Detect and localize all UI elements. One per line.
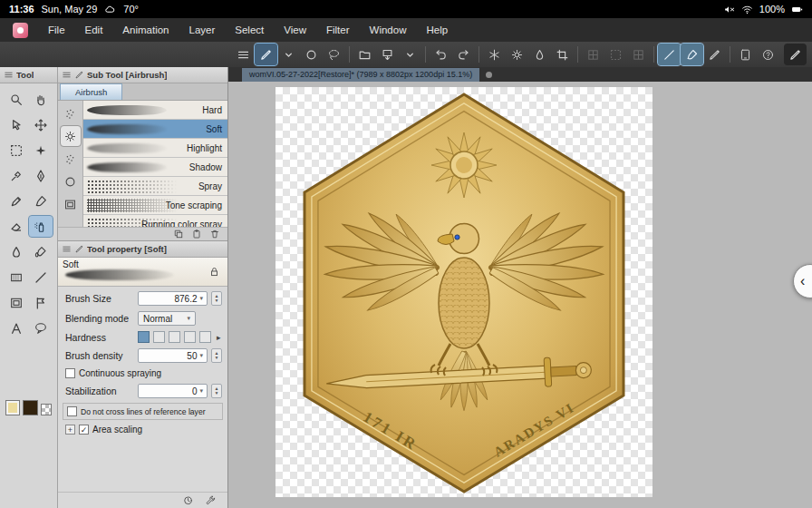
document-tab[interactable]: womVI.05-27-2022[Restore]* (7989 x 8802p… <box>242 68 479 82</box>
hardness-level-5[interactable] <box>199 331 211 343</box>
continuous-spraying-checkbox[interactable] <box>65 368 75 378</box>
menu-select[interactable]: Select <box>235 24 264 35</box>
brush-density-spinner[interactable]: ▲ ▼ <box>211 348 222 363</box>
stabilization-slider[interactable]: 0 ▾ <box>138 384 208 398</box>
undo-button[interactable] <box>430 44 452 65</box>
export-dropdown-button[interactable] <box>399 44 421 65</box>
pen-tool[interactable] <box>29 165 53 186</box>
lasso-button[interactable] <box>323 44 345 65</box>
chevron-right-icon[interactable]: ▸ <box>217 333 221 342</box>
expand-icon[interactable]: + <box>65 425 75 435</box>
operation-tool[interactable] <box>5 114 29 135</box>
hardness-level-4[interactable] <box>184 331 196 343</box>
menu-file[interactable]: File <box>48 24 65 35</box>
redo-button[interactable] <box>452 44 475 65</box>
menu-layer[interactable]: Layer <box>189 24 216 35</box>
active-tool-button[interactable] <box>255 44 277 65</box>
canvas-area[interactable]: womVI.05-27-2022[Restore]* (7989 x 8802p… <box>228 67 812 508</box>
brush-density-slider[interactable]: 50 ▾ <box>138 348 208 363</box>
stabilizer-toggle-button[interactable] <box>681 44 703 65</box>
menu-view[interactable]: View <box>284 24 306 35</box>
correct-line-tool[interactable] <box>29 292 53 313</box>
quick-edit-button[interactable] <box>784 44 807 65</box>
settings-gear-button[interactable] <box>506 44 528 65</box>
figure-tool-button[interactable] <box>300 44 323 65</box>
hardness-level-1[interactable] <box>138 331 150 343</box>
airbrush-tool[interactable] <box>29 216 53 237</box>
brush-size-slider[interactable]: 876.2 ▾ <box>138 291 208 306</box>
zoom-tool[interactable] <box>5 89 29 110</box>
stabilization-spinner[interactable]: ▲ ▼ <box>211 384 222 398</box>
reference-layer-checkbox[interactable] <box>67 406 77 416</box>
menu-window[interactable]: Window <box>370 24 407 35</box>
frame-border-tool[interactable] <box>5 292 29 313</box>
sub-color-swatch[interactable] <box>23 400 37 415</box>
selection-mode-button-2[interactable] <box>604 44 627 65</box>
hardness-level-3[interactable] <box>169 331 180 343</box>
move-tool[interactable] <box>29 114 53 135</box>
menu-animation[interactable]: Animation <box>122 24 169 35</box>
main-color-swatch[interactable] <box>5 400 20 415</box>
hand-tool[interactable] <box>29 89 53 110</box>
subtool-item-running-color-spray[interactable]: Running color spray <box>83 215 227 227</box>
fill-tool[interactable] <box>29 241 53 262</box>
canvas-document[interactable]: 171 IR ARADYS VI <box>276 87 652 497</box>
brush-size-spinner[interactable]: ▲ ▼ <box>211 291 222 306</box>
spin-down-icon[interactable]: ▼ <box>215 356 219 360</box>
brush-group-icon-1[interactable] <box>61 103 81 123</box>
subtool-item-spray[interactable]: Spray <box>83 177 227 196</box>
brush-tool[interactable] <box>29 190 53 211</box>
subtool-item-tone-scraping[interactable]: Tone scraping <box>83 196 227 215</box>
balloon-tool[interactable] <box>29 318 53 338</box>
help-button[interactable] <box>757 44 779 65</box>
spray-effect-button[interactable] <box>483 44 506 65</box>
line-tool[interactable] <box>29 267 53 288</box>
collapse-sidebar-handle[interactable]: ‹ <box>793 264 812 298</box>
transparent-color-swatch[interactable] <box>41 404 52 415</box>
subtool-item-hard[interactable]: Hard <box>83 101 227 120</box>
spin-down-icon[interactable]: ▼ <box>215 391 219 396</box>
toolbar-menu-button[interactable] <box>232 44 255 65</box>
subtool-item-shadow[interactable]: Shadow <box>83 158 227 177</box>
edit-pen-button[interactable] <box>703 44 726 65</box>
spin-down-icon[interactable]: ▼ <box>215 298 219 303</box>
paste-subtool-button[interactable] <box>191 229 202 239</box>
panel-menu-icon[interactable] <box>62 70 72 80</box>
eyedropper-tool[interactable] <box>5 165 29 186</box>
brush-group-icon-3[interactable] <box>61 149 81 169</box>
area-scaling-checkbox[interactable]: ✓ <box>79 425 89 435</box>
pencil-tool[interactable] <box>5 190 29 211</box>
subtool-item-highlight[interactable]: Highlight <box>83 139 227 158</box>
hardness-level-2[interactable] <box>153 331 165 343</box>
delete-subtool-button[interactable] <box>209 229 220 239</box>
tablet-mode-button[interactable] <box>734 44 757 65</box>
brush-group-icon-5[interactable] <box>61 194 81 214</box>
panel-menu-icon[interactable] <box>4 70 14 80</box>
menu-help[interactable]: Help <box>426 24 448 35</box>
blend-tool[interactable] <box>5 241 29 262</box>
duplicate-subtool-button[interactable] <box>173 229 184 239</box>
brush-group-icon-4[interactable] <box>61 171 81 191</box>
blend-mode-button[interactable] <box>528 44 551 65</box>
menu-edit[interactable]: Edit <box>85 24 103 35</box>
brush-preview[interactable]: Soft <box>58 258 227 287</box>
blending-mode-select[interactable]: Normal ▾ <box>138 311 196 326</box>
selection-tool[interactable] <box>5 140 29 161</box>
eraser-tool[interactable] <box>5 216 29 237</box>
auto-select-tool[interactable] <box>29 140 53 161</box>
clip-studio-logo-icon[interactable] <box>13 23 28 38</box>
advanced-settings-button[interactable] <box>205 494 217 506</box>
selection-mode-button-1[interactable] <box>582 44 604 65</box>
correction-toggle-button[interactable] <box>658 44 681 65</box>
menu-filter[interactable]: Filter <box>326 24 350 35</box>
restore-default-button[interactable] <box>182 494 194 506</box>
tab-airbrush[interactable]: Airbrush <box>60 83 122 100</box>
open-file-button[interactable] <box>353 44 376 65</box>
text-tool[interactable] <box>5 318 29 338</box>
gradient-tool[interactable] <box>5 267 29 288</box>
export-button[interactable] <box>376 44 399 65</box>
selection-mode-button-3[interactable] <box>627 44 650 65</box>
tool-dropdown-button[interactable] <box>277 44 300 65</box>
panel-menu-icon[interactable] <box>62 244 72 254</box>
subtool-item-soft[interactable]: Soft <box>83 120 227 139</box>
